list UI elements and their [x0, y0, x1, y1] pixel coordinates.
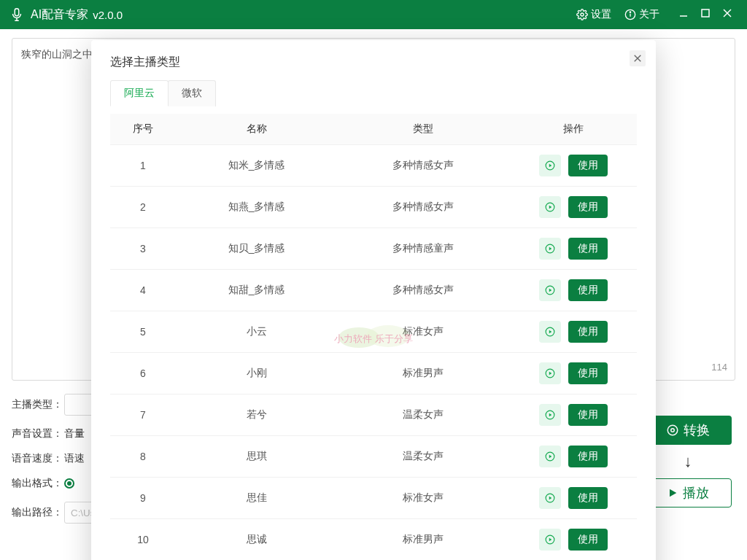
use-voice-button[interactable]: 使用: [568, 155, 608, 176]
preview-play-button[interactable]: [539, 238, 561, 260]
svg-marker-33: [549, 497, 551, 500]
svg-marker-29: [549, 413, 551, 417]
play-circle-icon: [545, 202, 555, 212]
cell-type: 多种情感女声: [337, 270, 509, 311]
preview-play-button[interactable]: [539, 196, 561, 218]
preview-play-button[interactable]: [539, 529, 561, 551]
use-voice-button[interactable]: 使用: [568, 529, 608, 551]
table-row: 1知米_多情感多种情感女声使用: [110, 145, 637, 187]
cell-index: 8: [110, 436, 176, 478]
cell-name: 知甜_多情感: [176, 270, 337, 311]
voice-table: 序号 名称 类型 操作 1知米_多情感多种情感女声使用2知燕_多情感多种情感女声…: [110, 114, 637, 560]
cell-index: 9: [110, 478, 176, 519]
play-circle-icon: [545, 244, 555, 254]
table-row: 8思琪温柔女声使用: [110, 436, 637, 478]
cell-index: 2: [110, 187, 176, 228]
voice-select-modal: 选择主播类型 阿里云 微软 序号 名称 类型 操作 1知米_多情感多种情感女声使…: [91, 40, 656, 560]
col-type: 类型: [337, 114, 509, 145]
svg-marker-23: [549, 289, 551, 292]
table-row: 10思诚标准男声使用: [110, 519, 637, 561]
cell-name: 思琪: [176, 436, 337, 478]
cell-index: 10: [110, 519, 176, 561]
cell-index: 4: [110, 270, 176, 311]
preview-play-button[interactable]: [539, 404, 561, 426]
col-name: 名称: [176, 114, 337, 145]
use-voice-button[interactable]: 使用: [568, 362, 608, 384]
col-ops: 操作: [509, 114, 637, 145]
cell-name: 知贝_多情感: [176, 228, 337, 270]
col-index: 序号: [110, 114, 176, 145]
play-circle-icon: [545, 534, 555, 545]
cell-type: 多种情感女声: [337, 187, 509, 228]
cell-type: 标准男声: [337, 519, 509, 561]
play-circle-icon: [545, 493, 555, 503]
modal-close-button[interactable]: [630, 50, 646, 66]
cell-type: 温柔女声: [337, 394, 509, 436]
preview-play-button[interactable]: [539, 362, 561, 384]
cell-name: 知米_多情感: [176, 145, 337, 187]
play-circle-icon: [545, 451, 555, 462]
cell-type: 多种情感女声: [337, 145, 509, 187]
use-voice-button[interactable]: 使用: [568, 321, 608, 343]
svg-marker-31: [549, 455, 551, 459]
play-circle-icon: [545, 410, 555, 420]
play-circle-icon: [545, 285, 555, 295]
cell-name: 若兮: [176, 394, 337, 436]
tab-aliyun[interactable]: 阿里云: [110, 80, 169, 106]
cell-name: 思诚: [176, 519, 337, 561]
cell-type: 标准女声: [337, 478, 509, 519]
preview-play-button[interactable]: [539, 279, 561, 301]
play-circle-icon: [545, 368, 555, 378]
svg-marker-21: [549, 247, 551, 251]
cell-type: 标准女声: [337, 311, 509, 353]
provider-tabs: 阿里云 微软: [110, 80, 637, 106]
cell-name: 小刚: [176, 353, 337, 394]
play-circle-icon: [545, 160, 555, 171]
svg-marker-19: [549, 206, 551, 209]
cell-index: 6: [110, 353, 176, 394]
use-voice-button[interactable]: 使用: [568, 404, 608, 426]
cell-index: 3: [110, 228, 176, 270]
preview-play-button[interactable]: [539, 321, 561, 343]
table-row: 7若兮温柔女声使用: [110, 394, 637, 436]
use-voice-button[interactable]: 使用: [568, 279, 608, 301]
table-row: 2知燕_多情感多种情感女声使用: [110, 187, 637, 228]
cell-name: 思佳: [176, 478, 337, 519]
cell-index: 5: [110, 311, 176, 353]
cell-index: 1: [110, 145, 176, 187]
table-row: 4知甜_多情感多种情感女声使用: [110, 270, 637, 311]
cell-index: 7: [110, 394, 176, 436]
use-voice-button[interactable]: 使用: [568, 446, 608, 467]
table-row: 6小刚标准男声使用: [110, 353, 637, 394]
close-icon: [633, 54, 642, 63]
cell-type: 温柔女声: [337, 436, 509, 478]
svg-marker-17: [549, 164, 551, 168]
table-row: 9思佳标准女声使用: [110, 478, 637, 519]
tab-microsoft[interactable]: 微软: [168, 80, 216, 106]
cell-name: 知燕_多情感: [176, 187, 337, 228]
modal-title: 选择主播类型: [110, 55, 637, 70]
svg-marker-27: [549, 372, 551, 376]
svg-marker-35: [549, 538, 551, 542]
svg-marker-25: [549, 330, 551, 334]
cell-type: 标准男声: [337, 353, 509, 394]
cell-type: 多种情感童声: [337, 228, 509, 270]
preview-play-button[interactable]: [539, 487, 561, 509]
table-row: 3知贝_多情感多种情感童声使用: [110, 228, 637, 270]
use-voice-button[interactable]: 使用: [568, 238, 608, 260]
play-circle-icon: [545, 327, 555, 337]
use-voice-button[interactable]: 使用: [568, 196, 608, 218]
use-voice-button[interactable]: 使用: [568, 487, 608, 509]
preview-play-button[interactable]: [539, 446, 561, 467]
preview-play-button[interactable]: [539, 155, 561, 176]
cell-name: 小云: [176, 311, 337, 353]
table-row: 5小云标准女声使用: [110, 311, 637, 353]
